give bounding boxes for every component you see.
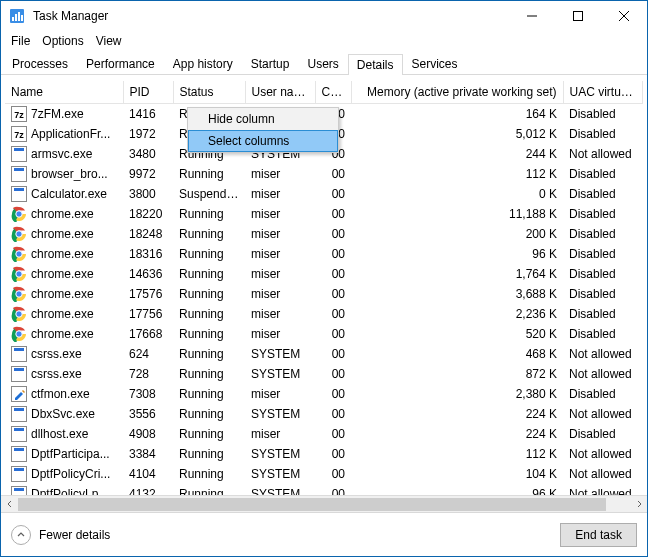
tab-services[interactable]: Services <box>403 53 467 74</box>
process-name: chrome.exe <box>31 227 94 241</box>
col-header-status[interactable]: Status <box>173 81 245 104</box>
tab-processes[interactable]: Processes <box>3 53 77 74</box>
table-row[interactable]: DbxSvc.exe3556RunningSYSTEM00224 KNot al… <box>5 404 643 424</box>
close-button[interactable] <box>601 1 647 31</box>
table-row[interactable]: DptfPolicyLp...4132RunningSYSTEM0096 KNo… <box>5 484 643 495</box>
process-pid: 17756 <box>123 304 173 324</box>
fewer-details-toggle[interactable]: Fewer details <box>11 525 110 545</box>
process-icon <box>11 426 27 442</box>
process-memory: 224 K <box>351 424 563 444</box>
process-icon <box>11 186 27 202</box>
process-pid: 9972 <box>123 164 173 184</box>
scroll-thumb[interactable] <box>18 498 606 511</box>
process-pid: 4908 <box>123 424 173 444</box>
process-user: SYSTEM <box>245 404 315 424</box>
process-icon <box>11 246 27 262</box>
menu-options[interactable]: Options <box>38 33 87 49</box>
col-header-pid[interactable]: PID <box>123 81 173 104</box>
table-row[interactable]: chrome.exe17668Runningmiser00520 KDisabl… <box>5 324 643 344</box>
process-icon <box>11 226 27 242</box>
scroll-track[interactable] <box>18 496 630 513</box>
svg-rect-47 <box>14 448 24 451</box>
table-row[interactable]: chrome.exe17756Runningmiser002,236 KDisa… <box>5 304 643 324</box>
col-header-name[interactable]: Name <box>5 81 123 104</box>
minimize-button[interactable] <box>509 1 555 31</box>
process-icon <box>11 206 27 222</box>
col-header-user[interactable]: User name <box>245 81 315 104</box>
table-row[interactable]: DptfParticipa...3384RunningSYSTEM00112 K… <box>5 444 643 464</box>
process-memory: 2,380 K <box>351 384 563 404</box>
process-name: ctfmon.exe <box>31 387 90 401</box>
svg-rect-1 <box>12 17 14 21</box>
col-header-cpu[interactable]: CPU <box>315 81 351 104</box>
svg-text:7z: 7z <box>14 110 24 120</box>
ctx-hide-column[interactable]: Hide column <box>188 108 338 130</box>
column-header-row[interactable]: Name PID Status User name CPU Memory (ac… <box>5 81 643 104</box>
svg-rect-40 <box>14 368 24 371</box>
process-icon <box>11 286 27 302</box>
table-row[interactable]: dllhost.exe4908Runningmiser00224 KDisabl… <box>5 424 643 444</box>
process-icon <box>11 446 27 462</box>
process-name: dllhost.exe <box>31 427 88 441</box>
process-user: miser <box>245 244 315 264</box>
table-row[interactable]: csrss.exe728RunningSYSTEM00872 KNot allo… <box>5 364 643 384</box>
scroll-right-arrow[interactable] <box>630 496 647 513</box>
process-user: miser <box>245 304 315 324</box>
process-pid: 3556 <box>123 404 173 424</box>
table-row[interactable]: Calculator.exe3800Suspendedmiser000 KDis… <box>5 184 643 204</box>
process-user: SYSTEM <box>245 444 315 464</box>
tab-app-history[interactable]: App history <box>164 53 242 74</box>
process-uac: Disabled <box>563 284 643 304</box>
titlebar[interactable]: Task Manager <box>1 1 647 31</box>
table-row[interactable]: chrome.exe17576Runningmiser003,688 KDisa… <box>5 284 643 304</box>
process-status: Running <box>173 464 245 484</box>
process-uac: Disabled <box>563 244 643 264</box>
ctx-select-columns[interactable]: Select columns <box>188 130 338 152</box>
scroll-left-arrow[interactable] <box>1 496 18 513</box>
process-name: DbxSvc.exe <box>31 407 95 421</box>
col-header-uac[interactable]: UAC virtualization⌃ <box>563 81 643 104</box>
process-memory: 224 K <box>351 404 563 424</box>
tab-performance[interactable]: Performance <box>77 53 164 74</box>
process-status: Running <box>173 344 245 364</box>
menu-file[interactable]: File <box>7 33 34 49</box>
process-cpu: 00 <box>315 384 351 404</box>
process-status: Running <box>173 424 245 444</box>
col-header-memory[interactable]: Memory (active private working set) <box>351 81 563 104</box>
horizontal-scrollbar[interactable] <box>1 495 647 512</box>
process-icon <box>11 166 27 182</box>
tab-users[interactable]: Users <box>298 53 347 74</box>
table-row[interactable]: csrss.exe624RunningSYSTEM00468 KNot allo… <box>5 344 643 364</box>
table-row[interactable]: chrome.exe18248Runningmiser00200 KDisabl… <box>5 224 643 244</box>
table-row[interactable]: browser_bro...9972Runningmiser00112 KDis… <box>5 164 643 184</box>
chevron-right-icon <box>635 500 643 508</box>
end-task-button[interactable]: End task <box>560 523 637 547</box>
process-name: Calculator.exe <box>31 187 107 201</box>
process-status: Running <box>173 384 245 404</box>
svg-rect-43 <box>14 408 24 411</box>
process-memory: 200 K <box>351 224 563 244</box>
table-row[interactable]: chrome.exe18316Runningmiser0096 KDisable… <box>5 244 643 264</box>
process-cpu: 00 <box>315 444 351 464</box>
table-row[interactable]: chrome.exe18220Runningmiser0011,188 KDis… <box>5 204 643 224</box>
tab-details[interactable]: Details <box>348 54 403 75</box>
table-row[interactable]: ctfmon.exe7308Runningmiser002,380 KDisab… <box>5 384 643 404</box>
process-name: browser_bro... <box>31 167 108 181</box>
table-row[interactable]: DptfPolicyCri...4104RunningSYSTEM00104 K… <box>5 464 643 484</box>
svg-rect-3 <box>18 12 20 21</box>
process-pid: 18316 <box>123 244 173 264</box>
process-icon <box>11 406 27 422</box>
table-row[interactable]: chrome.exe14636Runningmiser001,764 KDisa… <box>5 264 643 284</box>
menu-view[interactable]: View <box>92 33 126 49</box>
tab-startup[interactable]: Startup <box>242 53 299 74</box>
maximize-button[interactable] <box>555 1 601 31</box>
process-pid: 624 <box>123 344 173 364</box>
process-memory: 112 K <box>351 164 563 184</box>
process-memory: 112 K <box>351 444 563 464</box>
svg-rect-4 <box>21 15 23 21</box>
process-uac: Not allowed <box>563 464 643 484</box>
process-pid: 1972 <box>123 124 173 144</box>
process-memory: 11,188 K <box>351 204 563 224</box>
process-icon <box>11 146 27 162</box>
process-icon <box>11 306 27 322</box>
